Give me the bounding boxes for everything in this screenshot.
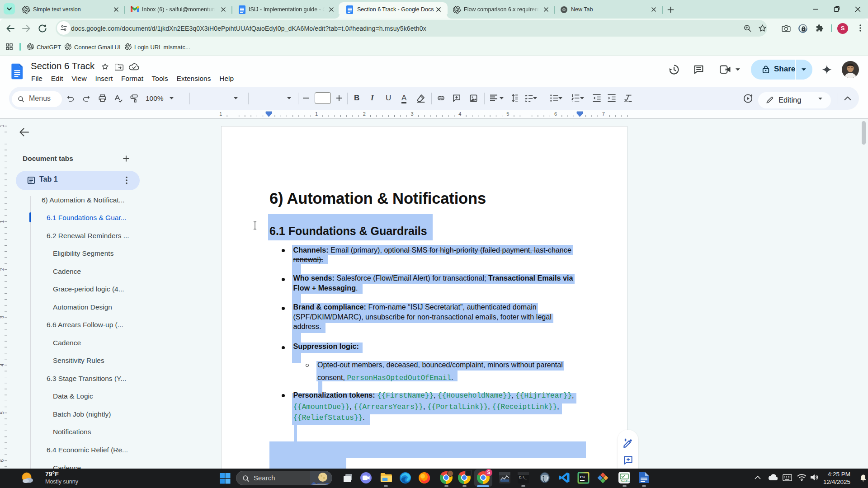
svg-text:5: 5 — [506, 111, 509, 117]
svg-text:TaskPro: TaskPro — [621, 480, 630, 483]
svg-text:4: 4 — [0, 364, 5, 366]
svg-text:5: 5 — [0, 412, 5, 414]
svg-text:2: 2 — [0, 268, 5, 271]
svg-text:3: 3 — [0, 316, 5, 319]
svg-text:2: 2 — [363, 111, 366, 117]
svg-text:1: 1 — [315, 111, 318, 117]
svg-text:4: 4 — [458, 111, 461, 117]
svg-text:PC: PC — [580, 475, 585, 479]
svg-text:6: 6 — [0, 459, 5, 462]
svg-text:C:\_: C:\_ — [519, 476, 527, 479]
svg-text:7: 7 — [602, 111, 605, 117]
svg-text:3: 3 — [411, 111, 414, 117]
svg-text:1: 1 — [219, 111, 222, 117]
svg-text:1: 1 — [0, 220, 5, 223]
svg-text:1: 1 — [0, 125, 5, 127]
svg-text:6: 6 — [554, 111, 557, 117]
